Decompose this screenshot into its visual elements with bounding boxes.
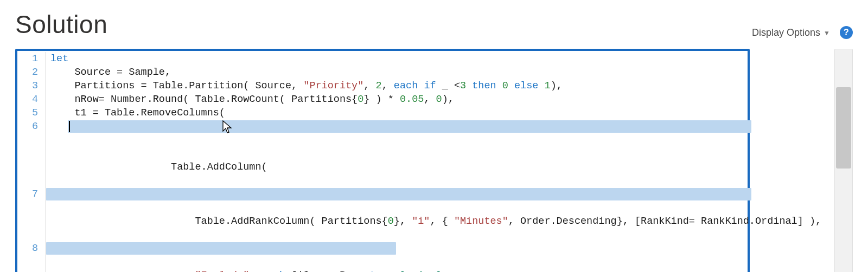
code-line[interactable]: 7 Table.AddRankColumn( Partitions{0}, "i… xyxy=(17,187,748,242)
chevron-down-icon: ▼ xyxy=(824,29,830,37)
scrollbar-thumb[interactable] xyxy=(836,87,851,169)
line-number: 6 xyxy=(17,120,46,187)
code-line[interactable]: 6 Table.AddColumn( xyxy=(17,120,748,187)
text-caret xyxy=(69,121,70,132)
display-options-dropdown[interactable]: Display Options ▼ xyxy=(752,27,830,38)
code-line[interactable]: 8 "Exclude", each [i] <= nRow, type logi… xyxy=(17,242,748,272)
text-selection xyxy=(68,120,751,133)
line-number: 8 xyxy=(17,242,46,272)
display-options-label: Display Options xyxy=(752,27,820,38)
line-number: 3 xyxy=(17,79,46,93)
code-editor[interactable]: 1 let 2 Source = Sample, 3 Partitions = … xyxy=(15,49,750,272)
line-number: 2 xyxy=(17,66,46,79)
code-line[interactable]: 3 Partitions = Table.Partition( Source, … xyxy=(17,79,748,93)
code-line[interactable]: 4 nRow= Number.Round( Table.RowCount( Pa… xyxy=(17,93,748,106)
line-number: 7 xyxy=(17,187,46,242)
code-line[interactable]: 2 Source = Sample, xyxy=(17,66,748,79)
line-number: 1 xyxy=(17,52,46,66)
page-title: Solution xyxy=(15,10,107,39)
code-line[interactable]: 1 let xyxy=(17,52,748,66)
text-selection xyxy=(46,188,751,200)
line-number: 5 xyxy=(17,106,46,120)
vertical-scrollbar[interactable] xyxy=(834,49,853,272)
help-icon[interactable]: ? xyxy=(840,26,853,39)
text-selection xyxy=(46,242,396,255)
line-number: 4 xyxy=(17,93,46,106)
code-line[interactable]: 5 t1 = Table.RemoveColumns( xyxy=(17,106,748,120)
